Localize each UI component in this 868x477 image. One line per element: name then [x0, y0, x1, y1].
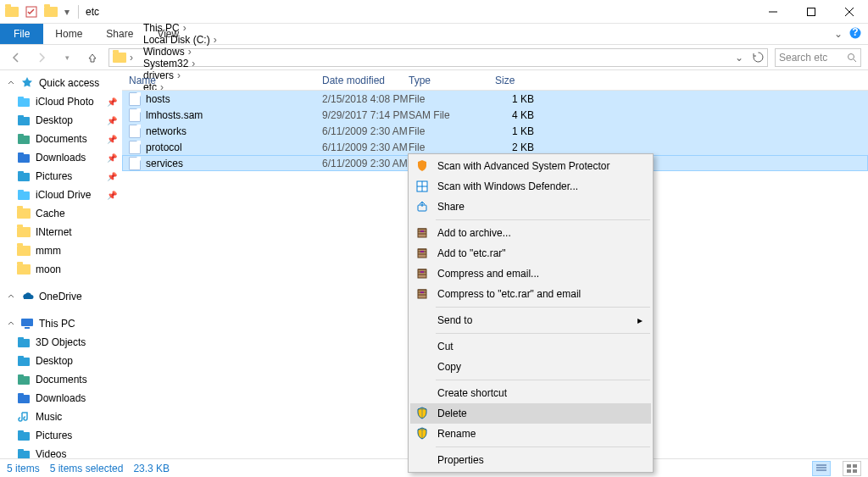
tree-node[interactable]: iCloud Drive📌 [0, 186, 122, 204]
refresh-button[interactable] [748, 52, 767, 64]
tree-node[interactable]: moon [0, 260, 122, 279]
details-view-button[interactable] [812, 461, 831, 476]
svg-rect-36 [853, 469, 857, 473]
breadcrumb-segment[interactable]: Local Disk (C:)› [140, 34, 224, 46]
svg-rect-14 [18, 171, 24, 174]
menu-item[interactable]: Share [410, 197, 651, 217]
tree-node[interactable]: INternet [0, 223, 122, 241]
svg-rect-35 [847, 469, 851, 473]
breadcrumb[interactable]: › This PC›Local Disk (C:)›Windows›System… [108, 48, 768, 67]
tree-node[interactable]: Pictures [0, 426, 122, 445]
svg-rect-7 [18, 117, 30, 125]
svg-rect-9 [18, 136, 30, 144]
column-header-size[interactable]: Size [488, 75, 546, 86]
menu-item[interactable]: Copy [410, 357, 651, 377]
column-headers[interactable]: Name Date modified Type Size [122, 70, 868, 91]
menu-item[interactable]: Rename [410, 424, 651, 444]
menu-item[interactable]: Compress to "etc.rar" and email [410, 284, 651, 304]
menu-item[interactable]: Cut [410, 336, 651, 357]
svg-rect-11 [18, 154, 30, 163]
menu-item[interactable]: Send to▸ [410, 310, 651, 330]
search-icon [847, 53, 857, 63]
menu-item[interactable]: Add to archive... [410, 223, 651, 243]
tab-share[interactable]: Share [94, 24, 145, 44]
svg-rect-15 [18, 191, 30, 200]
svg-rect-30 [18, 449, 24, 452]
tree-node[interactable]: Cache [0, 204, 122, 223]
tree-node[interactable]: Documents [0, 370, 122, 389]
tree-node[interactable]: Documents📌 [0, 130, 122, 148]
menu-item[interactable]: Delete [410, 403, 651, 424]
menu-item[interactable]: Compress and email... [410, 263, 651, 284]
properties-qat-icon[interactable] [25, 6, 37, 18]
svg-rect-1 [807, 8, 815, 15]
tab-home[interactable]: Home [43, 24, 94, 44]
svg-rect-6 [18, 97, 24, 99]
breadcrumb-root-icon[interactable]: › [109, 52, 140, 64]
svg-point-4 [849, 53, 854, 59]
svg-rect-44 [420, 271, 424, 273]
back-button[interactable] [7, 48, 25, 67]
breadcrumb-segment[interactable]: System32› [140, 58, 224, 69]
status-item-count: 5 items [7, 463, 40, 474]
file-row[interactable]: hosts2/15/2018 4:08 PMFile1 KB [122, 91, 868, 107]
menu-item[interactable]: Scan with Windows Defender... [410, 176, 651, 197]
qat-dropdown-icon[interactable]: ▾ [64, 6, 70, 18]
large-icons-view-button[interactable] [843, 461, 861, 476]
column-header-type[interactable]: Type [402, 75, 488, 86]
file-tab[interactable]: File [0, 24, 43, 44]
tree-node[interactable]: 3D Objects [0, 333, 122, 352]
tree-node[interactable]: OneDrive [0, 287, 122, 306]
svg-rect-20 [18, 337, 24, 340]
file-row[interactable]: lmhosts.sam9/29/2017 7:14 PMSAM File4 KB [122, 107, 868, 123]
column-header-date[interactable]: Date modified [315, 75, 402, 86]
tree-node[interactable]: iCloud Photo📌 [0, 92, 122, 111]
tree-node[interactable]: Downloads [0, 389, 122, 408]
ribbon-expand-icon[interactable]: ⌄ [834, 28, 843, 40]
file-row[interactable]: networks6/11/2009 2:30 AMFile1 KB [122, 123, 868, 139]
breadcrumb-segment[interactable]: This PC› [140, 22, 224, 34]
tree-node[interactable]: Quick access [0, 74, 122, 92]
svg-text:?: ? [852, 27, 858, 38]
menu-separator [436, 307, 650, 308]
svg-rect-42 [420, 251, 424, 252]
search-placeholder: Search etc [779, 52, 842, 64]
tree-node[interactable]: mmm [0, 241, 122, 260]
tree-node[interactable]: Desktop📌 [0, 111, 122, 130]
minimize-button[interactable] [754, 0, 792, 24]
forward-button[interactable] [32, 48, 51, 67]
close-button[interactable] [830, 0, 868, 24]
menu-item[interactable]: Create shortcut [410, 383, 651, 403]
svg-rect-18 [25, 327, 30, 329]
tree-node[interactable]: Desktop [0, 352, 122, 370]
menu-item[interactable]: Add to "etc.rar" [410, 243, 651, 263]
new-folder-qat-icon[interactable] [44, 7, 58, 17]
help-icon[interactable]: ? [849, 27, 861, 42]
menu-item[interactable]: Properties [410, 450, 651, 470]
up-button[interactable] [83, 48, 102, 67]
svg-rect-17 [21, 319, 33, 326]
svg-rect-22 [18, 356, 24, 358]
navigation-pane[interactable]: Quick accessiCloud Photo📌Desktop📌Documen… [0, 70, 122, 458]
tree-node[interactable]: Music [0, 408, 122, 426]
tree-node[interactable]: This PC [0, 314, 122, 333]
maximize-button[interactable] [792, 0, 830, 24]
status-selection-size: 23.3 KB [133, 463, 170, 474]
svg-rect-40 [420, 230, 424, 232]
menu-item[interactable]: Scan with Advanced System Protector [410, 156, 651, 176]
svg-rect-29 [18, 451, 30, 458]
svg-rect-12 [18, 153, 24, 155]
breadcrumb-segment[interactable]: Windows› [140, 46, 224, 58]
recent-locations-button[interactable]: ▾ [58, 48, 76, 67]
tree-node[interactable]: Downloads📌 [0, 148, 122, 167]
ribbon: File Home Share View ⌄ ? [0, 24, 868, 45]
address-dropdown-icon[interactable]: ⌄ [730, 52, 748, 64]
tree-node[interactable]: Pictures📌 [0, 167, 122, 186]
address-bar: ▾ › This PC›Local Disk (C:)›Windows›Syst… [0, 45, 868, 70]
search-input[interactable]: Search etc [775, 48, 861, 67]
tree-node[interactable]: Videos [0, 445, 122, 458]
status-selected-count: 5 items selected [50, 463, 124, 474]
svg-rect-5 [18, 98, 30, 107]
svg-rect-25 [18, 395, 30, 403]
column-header-name[interactable]: Name [122, 75, 315, 86]
